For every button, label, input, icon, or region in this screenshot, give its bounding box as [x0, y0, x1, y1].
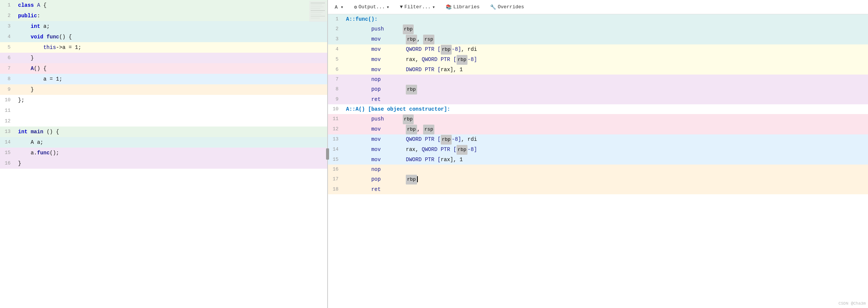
token-plain: ();: [50, 150, 59, 156]
asm-label: A::func():: [346, 16, 378, 22]
asm-line-number: 7: [328, 75, 343, 84]
asm-line-content: ret: [343, 184, 868, 194]
asm-operand: rax], 1: [441, 67, 463, 73]
asm-line-number: 3: [328, 34, 343, 44]
watermark: CSDN @Cha3m: [838, 301, 866, 306]
asm-line-6: 6 mov DWORD PTR [rax], 1: [328, 65, 868, 75]
line-content: void func() {: [15, 32, 327, 42]
code-line-9: 9 }: [0, 84, 327, 95]
libraries-button[interactable]: 📚 Libraries: [443, 3, 482, 11]
asm-operand: , rdi: [461, 46, 477, 52]
asm-operand: rax,: [406, 56, 422, 63]
asm-line-number: 10: [328, 104, 343, 114]
asm-line-15: 15 mov DWORD PTR [rax], 1: [328, 155, 868, 165]
line-number: 13: [0, 127, 15, 137]
asm-operand: , rdi: [461, 136, 477, 142]
token-plain: A a;: [18, 139, 43, 145]
asm-line-13: 13 mov QWORD PTR [rbp-8], rdi: [328, 134, 868, 145]
asm-line-number: 14: [328, 145, 343, 155]
asm-register: rsp: [423, 35, 434, 44]
asm-line-content: A::func():: [343, 14, 868, 24]
token-plain: };: [18, 97, 24, 103]
asm-line-content: mov DWORD PTR [rax], 1: [343, 65, 868, 75]
right-assembly-panel: A ▾ ⚙ Output... ▾ ▼ Filter... ▾ 📚 Librar…: [328, 0, 868, 308]
asm-instruction: mov: [371, 65, 390, 75]
libraries-label: Libraries: [453, 4, 480, 10]
token-plain: [43, 34, 46, 40]
asm-line-content: push rbp: [343, 24, 868, 34]
asm-keyword: -8]: [452, 46, 461, 52]
asm-line-3: 3 mov rbp, rsp: [328, 34, 868, 44]
asm-instruction: mov: [371, 44, 390, 54]
asm-instruction: nop: [371, 165, 390, 174]
token-fn: func: [47, 34, 59, 40]
asm-operand: ,: [417, 36, 423, 42]
asm-instruction: mov: [371, 34, 390, 44]
token-plain: }: [18, 55, 34, 61]
asm-line-18: 18 ret: [328, 184, 868, 194]
class-selector-button[interactable]: A ▾: [332, 3, 346, 11]
line-number: 12: [0, 116, 15, 127]
asm-line-content: A::A() [base object constructor]:: [343, 104, 868, 114]
token-this: this: [43, 44, 56, 50]
asm-instruction: pop: [371, 84, 390, 94]
asm-keyword: -8]: [467, 146, 477, 152]
asm-instruction: mov: [371, 145, 390, 154]
asm-keyword: DWORD PTR [: [406, 67, 440, 73]
asm-register: rbp: [403, 24, 414, 34]
overrides-button[interactable]: 🔧 Overrides: [488, 3, 526, 11]
asm-operand: rax], 1: [441, 157, 463, 163]
asm-register: rbp: [441, 45, 452, 55]
asm-line-9: 9 ret: [328, 95, 868, 104]
output-label: Output...: [358, 4, 385, 10]
asm-line-12: 12 mov rbp, rsp: [328, 124, 868, 134]
asm-register: rbp: [441, 135, 452, 145]
line-number: 2: [0, 11, 15, 21]
token-kw: int: [31, 23, 40, 29]
asm-line-number: 18: [328, 184, 343, 194]
line-number: 6: [0, 53, 15, 63]
line-number: 3: [0, 21, 15, 32]
token-kw: int: [18, 129, 27, 135]
token-kw: class: [18, 2, 37, 8]
panel-divider[interactable]: [327, 0, 328, 308]
code-line-2: 2public:: [0, 11, 327, 21]
asm-register: rsp: [423, 125, 434, 134]
assembly-toolbar: A ▾ ⚙ Output... ▾ ▼ Filter... ▾ 📚 Librar…: [328, 0, 868, 14]
asm-instruction: ret: [371, 95, 390, 104]
asm-register: rbp: [457, 145, 467, 155]
token-plain: }: [18, 160, 21, 166]
token-plain: [18, 44, 43, 50]
divider-handle[interactable]: [326, 148, 329, 160]
asm-register: rbp: [403, 114, 414, 124]
token-plain: () {: [43, 129, 59, 135]
asm-instruction: push: [371, 24, 390, 34]
gear-icon: ⚙: [354, 4, 357, 10]
asm-keyword: QWORD PTR [: [406, 136, 440, 142]
asm-line-16: 16 nop: [328, 165, 868, 174]
code-line-4: 4 void func() {: [0, 32, 327, 42]
token-fn: A: [31, 66, 34, 72]
token-fn: main: [31, 129, 44, 135]
output-button[interactable]: ⚙ Output... ▾: [352, 3, 392, 11]
asm-line-content: mov DWORD PTR [rax], 1: [343, 155, 868, 165]
token-plain: [18, 66, 31, 72]
token-plain: a;: [40, 23, 50, 29]
asm-instruction: mov: [371, 55, 390, 64]
line-content: public:: [15, 11, 327, 21]
code-line-16: 16}: [0, 158, 327, 169]
asm-line-11: 11 push rbp: [328, 114, 868, 124]
token-plain: () {: [34, 66, 47, 72]
line-content: }: [15, 53, 327, 63]
asm-keyword: DWORD PTR [: [406, 157, 440, 163]
line-content: };: [15, 95, 327, 105]
line-content: A a;: [15, 137, 327, 148]
token-plain: {: [43, 2, 46, 8]
code-line-1: 1class A {: [0, 0, 327, 11]
code-line-13: 13int main () {: [0, 127, 327, 137]
filter-button[interactable]: ▼ Filter... ▾: [398, 3, 437, 11]
line-content: A() {: [15, 63, 327, 74]
line-content: int a;: [15, 21, 327, 32]
asm-line-number: 6: [328, 65, 343, 75]
token-plain: [18, 23, 31, 29]
